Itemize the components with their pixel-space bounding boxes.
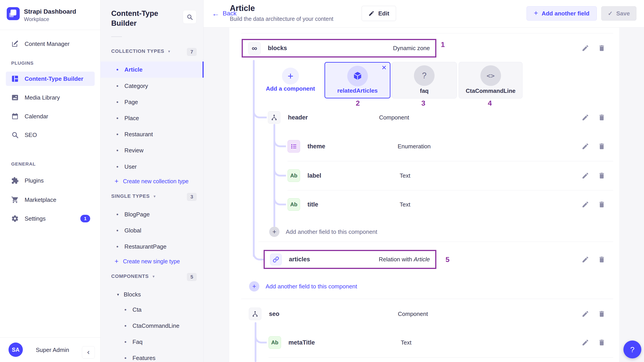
edit-field-icon[interactable] (582, 256, 589, 263)
delete-field-icon[interactable] (598, 201, 606, 208)
save-button[interactable]: ✓ Save (601, 6, 636, 20)
close-icon[interactable]: ✕ (382, 64, 387, 71)
field-type: Relation with Article (379, 256, 430, 263)
settings-badge: 1 (80, 215, 90, 222)
image-icon (11, 94, 19, 101)
sidebar-item-user[interactable]: • User (100, 159, 204, 175)
field-row-theme[interactable]: theme Enumeration (229, 140, 619, 153)
check-icon: ✓ (608, 10, 613, 17)
delete-field-icon[interactable] (598, 114, 606, 121)
component-group-blocks[interactable]: ▼ Blocks (100, 287, 204, 302)
collection-type-label: Place (124, 115, 139, 122)
delete-field-icon[interactable] (598, 339, 606, 346)
edit-field-icon[interactable] (582, 114, 589, 121)
help-button[interactable]: ? (624, 340, 641, 358)
field-row-metatitle[interactable]: Ab metaTitle Text (229, 336, 619, 350)
add-component-label[interactable]: Add a component (258, 85, 323, 92)
avatar[interactable]: SA (8, 342, 23, 357)
field-row-title[interactable]: Ab title Text (229, 198, 619, 212)
add-another-field-button[interactable]: + Add another field (526, 6, 597, 20)
field-name: label (308, 172, 321, 179)
components-count: 5 (187, 273, 197, 281)
single-types-heading[interactable]: SINGLE TYPES ▼ (111, 193, 156, 199)
create-single-type-link[interactable]: + Create new single type (100, 254, 204, 268)
edit-field-icon[interactable] (582, 310, 589, 318)
sidebar-item-restaurantpage[interactable]: • RestaurantPage (100, 238, 204, 254)
delete-field-icon[interactable] (598, 172, 606, 180)
delete-field-icon[interactable] (598, 44, 606, 52)
sidebar-item-content-type-builder[interactable]: Content-Type Builder (6, 72, 95, 86)
relation-target: Article (414, 256, 430, 263)
delete-field-icon[interactable] (598, 142, 606, 150)
sidebar-item-ctacommandline[interactable]: • CtaCommandLine (100, 318, 204, 334)
dynamic-zone-icon: ∞ (248, 42, 261, 54)
collection-types-count: 7 (187, 48, 197, 56)
edit-field-icon[interactable] (582, 339, 589, 346)
strapi-logo[interactable] (7, 7, 20, 20)
components-heading[interactable]: COMPONENTS ▼ (111, 274, 156, 279)
field-row-label[interactable]: Ab label Text (229, 169, 619, 182)
add-component-button[interactable]: + (282, 68, 299, 84)
field-row-seo[interactable]: seo Component (229, 307, 619, 321)
sidebar-item-article[interactable]: • Article (100, 62, 204, 78)
field-name: title (308, 201, 318, 208)
sidebar-item-label: Plugins (24, 177, 44, 184)
field-row-header[interactable]: header Component (229, 110, 619, 124)
bullet-icon: • (116, 163, 118, 170)
component-card-faq[interactable]: ? faq (392, 62, 457, 98)
collapse-sidebar-button[interactable]: ‹ (82, 346, 95, 359)
delete-field-icon[interactable] (598, 310, 606, 318)
edit-button[interactable]: Edit (362, 6, 396, 21)
collection-type-label: User (124, 163, 137, 170)
list-icon (290, 143, 297, 150)
sidebar-item-marketplace[interactable]: Marketplace (0, 192, 100, 208)
component-label: Cta (132, 306, 142, 313)
divider (0, 30, 100, 30)
collection-type-label: Review (124, 147, 144, 154)
component-card-circle: <> (480, 65, 501, 86)
sidebar-item-faq[interactable]: • Faq (100, 334, 204, 350)
field-row-blocks[interactable]: ∞ blocks Dynamic zone (242, 39, 436, 58)
sidebar-item-plugins[interactable]: Plugins (0, 172, 100, 188)
create-collection-type-link[interactable]: + Create new collection type (100, 174, 204, 188)
sidebar-item-label: Media Library (24, 94, 60, 101)
edit-field-icon[interactable] (582, 44, 589, 52)
gear-icon (11, 215, 19, 222)
sidebar-item-place[interactable]: • Place (100, 110, 204, 126)
add-field-to-component-button[interactable]: + Add another field to this component (269, 227, 377, 237)
divider (288, 190, 613, 190)
component-card-relatedarticles[interactable]: ✕ relatedArticles (324, 62, 390, 98)
puzzle-icon (11, 177, 19, 184)
field-name: metaTitle (288, 339, 315, 346)
component-card-circle (347, 66, 368, 86)
add-field-to-dynamic-zone-button[interactable]: + Add another field to this component (249, 281, 357, 292)
sidebar-item-category[interactable]: • Category (100, 78, 204, 94)
sidebar-item-restaurant[interactable]: • Restaurant (100, 126, 204, 142)
sidebar-item-calendar[interactable]: Calendar (0, 108, 100, 124)
sidebar-item-media-library[interactable]: Media Library (0, 90, 100, 106)
field-row-articles[interactable]: articles Relation with Article (264, 250, 436, 269)
sidebar-item-page[interactable]: • Page (100, 94, 204, 110)
sidebar-item-cta[interactable]: • Cta (100, 302, 204, 318)
divider (111, 36, 122, 37)
sidebar-item-global[interactable]: • Global (100, 222, 204, 238)
sidebar-item-review[interactable]: • Review (100, 142, 204, 158)
component-card-ctacommandline[interactable]: <> CtaCommandLine (459, 62, 522, 98)
search-button[interactable] (183, 10, 196, 24)
edit-field-icon[interactable] (582, 172, 589, 180)
delete-field-icon[interactable] (598, 256, 606, 263)
sidebar-item-features[interactable]: • Features (100, 350, 204, 362)
plus-icon: + (249, 281, 259, 292)
sidebar-item-seo[interactable]: SEO (0, 127, 100, 143)
edit-field-icon[interactable] (582, 142, 589, 150)
avatar-initials: SA (12, 346, 20, 353)
plus-icon: + (269, 227, 280, 237)
sidebar-item-blogpage[interactable]: • BlogPage (100, 206, 204, 222)
fields-card: ∞ blocks Dynamic zone 1 + Add a componen… (229, 28, 619, 362)
collection-types-heading[interactable]: COLLECTION TYPES ▼ (111, 48, 171, 54)
sidebar-item-settings[interactable]: Settings 1 (0, 210, 100, 227)
add-field-to-component-label: Add another field to this component (266, 283, 357, 290)
edit-field-icon[interactable] (582, 201, 589, 208)
sidebar-item-content-manager[interactable]: Content Manager (0, 36, 100, 52)
calendar-icon (11, 112, 19, 120)
